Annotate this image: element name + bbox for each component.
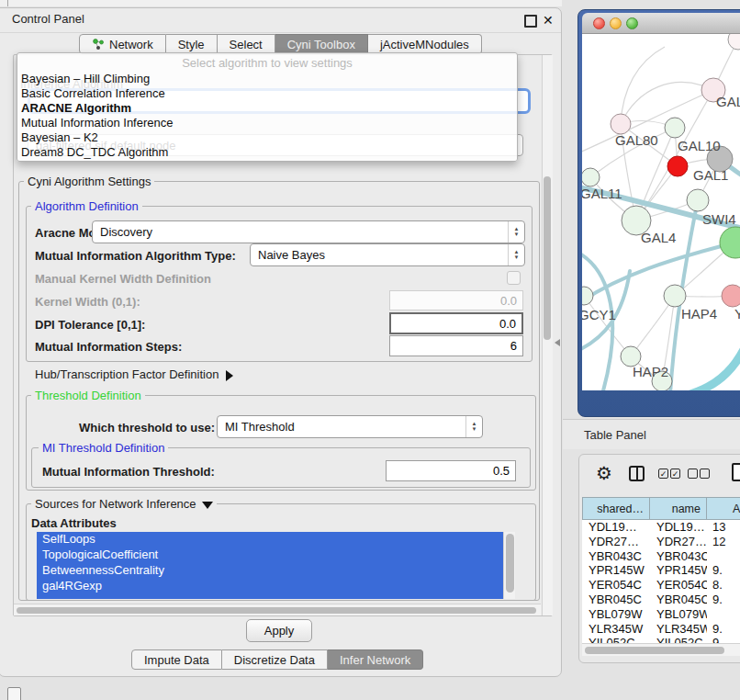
- attribute-list-item[interactable]: SelfLoops: [37, 532, 503, 548]
- network-node[interactable]: [665, 118, 685, 138]
- table-horizontal-scrollbar[interactable]: [582, 643, 740, 656]
- scrollbar-thumb[interactable]: [585, 647, 724, 654]
- network-node[interactable]: [664, 285, 686, 307]
- manual-kernel-checkbox[interactable]: [507, 271, 521, 285]
- node-label: GAL4: [641, 230, 676, 245]
- kernel-width-field[interactable]: 0.0: [389, 290, 523, 310]
- table-row[interactable]: YDL19… YDL19… 13: [582, 520, 740, 535]
- network-window-titlebar[interactable]: [582, 13, 740, 34]
- mi-threshold-group-title: MI Threshold Definition: [39, 441, 168, 455]
- network-graph: GAL80 GAL10 GAL1 GAL11 SWI4 GAL4 GCY1 HA…: [582, 34, 740, 390]
- network-node[interactable]: [582, 168, 600, 186]
- tab-style[interactable]: Style: [166, 34, 218, 54]
- column-header-name[interactable]: name: [650, 497, 707, 520]
- scrollbar-thumb[interactable]: [544, 176, 551, 340]
- node-label: GAL11: [582, 186, 622, 201]
- gear-icon[interactable]: ⚙: [596, 464, 612, 482]
- popup-item[interactable]: Bayesian – Hill Climbing: [21, 72, 150, 86]
- network-node[interactable]: [687, 189, 709, 211]
- popup-item[interactable]: Dream8 DC_TDC Algorithm: [21, 145, 168, 160]
- spinner-icon[interactable]: ▲▼: [508, 221, 524, 243]
- spinner-icon[interactable]: ▲▼: [508, 244, 524, 265]
- node-label: SWI4: [702, 211, 736, 227]
- scrollbar-thumb[interactable]: [506, 534, 514, 593]
- attribute-list-item[interactable]: BetweennessCentrality: [37, 563, 503, 579]
- table-panel-title: Table Panel: [584, 428, 646, 442]
- attribute-list-item[interactable]: TopologicalCoefficient: [37, 548, 503, 563]
- apply-button[interactable]: Apply: [246, 619, 312, 642]
- node-label: GAL10: [678, 138, 721, 153]
- aracne-mode-combo[interactable]: Discovery ▲▼: [92, 220, 525, 243]
- column-header-shared[interactable]: shared…: [582, 497, 650, 520]
- network-node[interactable]: [722, 285, 740, 307]
- mi-threshold-field[interactable]: 0.5: [386, 460, 516, 481]
- algorithm-definition-title: Algorithm Definition: [31, 199, 142, 213]
- popup-item[interactable]: Bayesian – K2: [21, 130, 98, 145]
- tab-infer-network[interactable]: Infer Network: [328, 649, 423, 670]
- table-rows[interactable]: YDL19… YDL19… 13 YDR27… YDR27… 12 YBR043…: [582, 520, 740, 643]
- settings-horizontal-scrollbar[interactable]: [14, 604, 541, 615]
- scrollbar-thumb[interactable]: [17, 607, 536, 614]
- node-label: GCY1: [582, 307, 616, 322]
- data-attributes-list[interactable]: SelfLoopsTopologicalCoefficientBetweenne…: [37, 532, 503, 599]
- node-label: GAL1: [693, 167, 728, 183]
- collapsed-panel-icon[interactable]: [7, 687, 21, 700]
- panel-title: Control Panel: [12, 12, 84, 26]
- table-row[interactable]: YDR27… YDR27… 12: [582, 535, 740, 549]
- threshold-definition-title: Threshold Definition: [31, 389, 145, 402]
- collapse-down-icon[interactable]: [202, 502, 213, 509]
- expand-right-icon[interactable]: [226, 370, 233, 381]
- network-node[interactable]: [582, 287, 593, 305]
- popup-placeholder: Select algorithm to view settings: [17, 56, 517, 70]
- network-node-red[interactable]: [667, 156, 688, 176]
- cyni-bottom-tabbar: Impute Data Discretize Data Infer Networ…: [131, 649, 423, 670]
- node-label: Y: [734, 306, 740, 322]
- node-label: GAL80: [615, 132, 658, 148]
- float-window-icon[interactable]: [524, 15, 537, 28]
- network-node[interactable]: [728, 34, 740, 50]
- select-all-icon[interactable]: ✓✓: [658, 469, 680, 479]
- table-row[interactable]: YPR145W YPR145W 9.: [582, 563, 740, 578]
- popup-item[interactable]: Basic Correlation Inference: [21, 86, 165, 101]
- tab-cyni-toolbox[interactable]: Cyni Toolbox: [275, 34, 368, 54]
- tab-discretize-data[interactable]: Discretize Data: [222, 649, 328, 670]
- top-tick: [7, 0, 8, 6]
- spinner-icon[interactable]: ▲▼: [465, 416, 482, 437]
- zoom-window-button[interactable]: [626, 17, 638, 29]
- network-node[interactable]: [611, 114, 631, 134]
- table-row[interactable]: YLR345W YLR345W 9.: [582, 622, 740, 637]
- mi-steps-field[interactable]: 6: [389, 335, 523, 356]
- minimize-window-button[interactable]: [610, 17, 622, 29]
- tab-jactivemnodules[interactable]: jActiveMNodules: [368, 34, 482, 54]
- splitter-collapse-arrow[interactable]: [555, 339, 560, 346]
- table-row[interactable]: YBR043C YBR043C: [582, 549, 740, 564]
- page-icon[interactable]: [732, 463, 740, 481]
- popup-item-aracne[interactable]: ARACNE Algorithm: [21, 101, 131, 116]
- dpi-tolerance-field[interactable]: 0.0: [389, 312, 523, 334]
- hub-definition-expander[interactable]: Hub/Transcription Factor Definition: [35, 367, 233, 381]
- sources-group-title[interactable]: Sources for Network Inference: [31, 497, 217, 511]
- tab-select[interactable]: Select: [218, 34, 275, 54]
- column-header-partial[interactable]: A: [707, 497, 740, 520]
- table-row[interactable]: YBR045C YBR045C 9.: [582, 593, 740, 607]
- table-row[interactable]: YER054C YER054C 8.: [582, 578, 740, 593]
- attributes-scrollbar[interactable]: [503, 532, 515, 599]
- close-icon[interactable]: ✕: [543, 14, 554, 27]
- popup-item[interactable]: Mutual Information Inference: [21, 116, 173, 130]
- deselect-all-icon[interactable]: [688, 469, 710, 479]
- tab-network[interactable]: Network: [79, 34, 166, 54]
- top-strip: [0, 0, 562, 6]
- network-canvas[interactable]: GAL80 GAL10 GAL1 GAL11 SWI4 GAL4 GCY1 HA…: [582, 34, 740, 390]
- which-threshold-combo[interactable]: MI Threshold ▲▼: [217, 415, 483, 438]
- split-columns-icon[interactable]: [629, 466, 645, 481]
- tab-impute-data[interactable]: Impute Data: [131, 649, 222, 670]
- screen: Control Panel ✕ Inference Algorithm gal-…: [0, 0, 740, 700]
- mi-type-combo[interactable]: Naive Bayes ▲▼: [250, 243, 525, 266]
- table-row[interactable]: YBL079W YBL079W: [582, 607, 740, 622]
- settings-vertical-scrollbar[interactable]: [542, 55, 553, 615]
- mi-type-label: Mutual Information Algorithm Type:: [35, 249, 236, 263]
- network-icon: [92, 39, 105, 51]
- close-window-button[interactable]: [593, 17, 605, 29]
- attribute-list-item[interactable]: gal4RGexp: [37, 579, 503, 594]
- table-row[interactable]: YIL052C YIL052C 9: [582, 636, 740, 643]
